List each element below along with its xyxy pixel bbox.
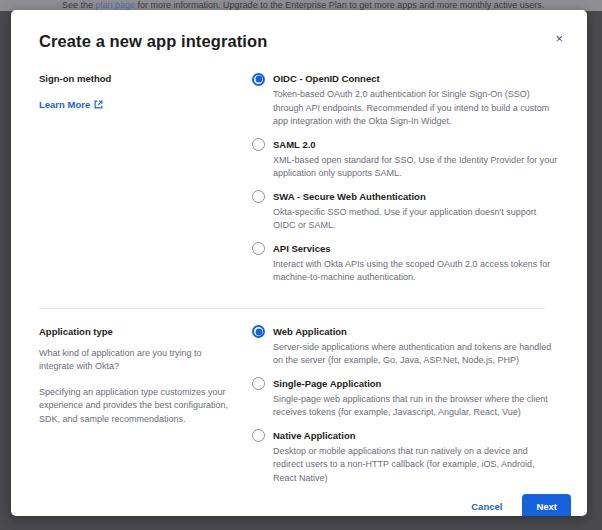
radio-option-swa[interactable]: SWA - Secure Web Authentication Okta-spe… [252,190,559,233]
application-type-options: Web Application Server-side applications… [252,325,559,495]
radio-icon[interactable] [252,190,265,203]
option-description: Desktop or mobile applications that run … [273,445,559,486]
dialog-footer: Cancel Next [39,494,571,516]
create-app-integration-dialog: Create a new app integration × Sign-on m… [11,10,587,516]
radio-option-native-application[interactable]: Native Application Desktop or mobile app… [252,429,559,486]
dialog-header: Create a new app integration × [39,30,559,52]
banner-text-after: for more information. Upgrade to the Ent… [135,0,544,10]
option-label: SAML 2.0 [273,138,559,152]
option-label: Web Application [273,325,559,339]
dialog-title: Create a new app integration [39,30,559,52]
next-button[interactable]: Next [522,494,571,516]
radio-option-api-services[interactable]: API Services Interact with Okta APIs usi… [252,242,559,285]
radio-option-oidc[interactable]: OIDC - OpenID Connect Token-based OAuth … [252,72,559,129]
option-description: Server-side applications where authentic… [273,341,559,368]
cancel-button[interactable]: Cancel [471,501,502,512]
sign-on-method-label: Sign-on method [39,72,237,85]
radio-icon[interactable] [252,429,265,442]
option-description: Okta-specific SSO method. Use if your ap… [273,206,559,233]
application-type-section: Application type What kind of applicatio… [39,325,559,495]
radio-option-single-page-application[interactable]: Single-Page Application Single-page web … [252,377,559,420]
option-description: Interact with Okta APIs using the scoped… [273,258,559,285]
option-label: Native Application [273,429,559,443]
radio-icon[interactable] [252,377,265,390]
application-type-question: What kind of application are you trying … [39,347,237,374]
radio-option-web-application[interactable]: Web Application Server-side applications… [252,325,559,368]
radio-icon[interactable] [252,242,265,255]
radio-icon[interactable] [252,138,265,151]
learn-more-link[interactable]: Learn More [39,98,103,111]
option-description: Single-page web applications that run in… [273,393,559,420]
option-label: Single-Page Application [273,377,559,391]
radio-icon[interactable] [252,325,265,338]
sign-on-method-options: OIDC - OpenID Connect Token-based OAuth … [252,72,559,294]
application-type-note: Specifying an application type customize… [39,386,237,427]
option-description: Token-based OAuth 2.0 authentication for… [273,88,559,129]
option-label: SWA - Secure Web Authentication [273,190,559,204]
external-link-icon [94,100,103,109]
banner-text-before: See the [62,0,96,10]
option-label: API Services [273,242,559,256]
close-icon[interactable]: × [551,28,567,49]
sign-on-method-section: Sign-on method Learn More OIDC - OpenID … [39,72,559,294]
radio-icon[interactable] [252,73,265,86]
option-description: XML-based open standard for SSO. Use if … [273,154,559,181]
application-type-label: Application type [39,325,237,338]
radio-option-saml[interactable]: SAML 2.0 XML-based open standard for SSO… [252,138,559,181]
option-label: OIDC - OpenID Connect [273,72,559,86]
sign-on-method-left-column: Sign-on method Learn More [39,72,237,294]
application-type-left-column: Application type What kind of applicatio… [39,325,237,495]
plan-page-link[interactable]: plan page [96,0,136,10]
learn-more-label: Learn More [39,98,90,111]
section-divider [39,308,545,309]
